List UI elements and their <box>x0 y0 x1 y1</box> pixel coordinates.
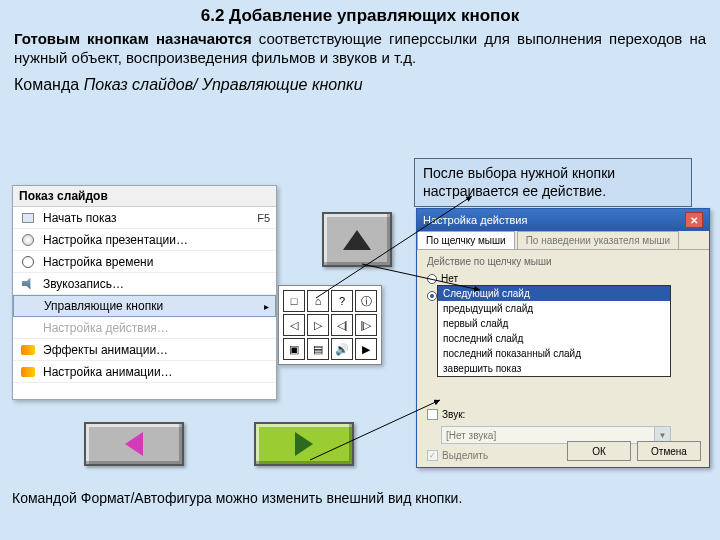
section-label: Действие по щелчку мыши <box>427 256 699 267</box>
sub-btn-end[interactable]: |▷ <box>355 314 377 336</box>
menu-title: Показ слайдов <box>13 186 276 207</box>
menu-item-start[interactable]: Начать показ F5 <box>13 207 276 229</box>
sub-btn-info[interactable]: ⓘ <box>355 290 377 312</box>
dd-option[interactable]: предыдущий слайд <box>438 301 670 316</box>
dialog-buttons: ОК Отмена <box>567 441 701 461</box>
menu-label: Настройка анимации… <box>43 365 270 379</box>
dd-option[interactable]: последний показанный слайд <box>438 346 670 361</box>
menu-item-timing[interactable]: Настройка времени <box>13 251 276 273</box>
dd-option[interactable]: первый слайд <box>438 316 670 331</box>
sub-btn-forward[interactable]: ▷ <box>307 314 329 336</box>
anim-icon <box>19 342 37 358</box>
menu-label: Настройка времени <box>43 255 270 269</box>
sub-btn-home[interactable]: ⌂ <box>307 290 329 312</box>
cancel-button[interactable]: Отмена <box>637 441 701 461</box>
action-settings-dialog: Настройка действия ✕ По щелчку мыши По н… <box>416 208 710 468</box>
sub-btn-sound[interactable]: 🔊 <box>331 338 353 360</box>
radio-icon <box>427 274 437 284</box>
anim-icon <box>19 364 37 380</box>
bottom-note: Командой Формат/Автофигура можно изменит… <box>12 490 462 508</box>
slideshow-menu: Показ слайдов Начать показ F5 Настройка … <box>12 185 277 400</box>
dropdown-value: [Нет звука] <box>446 430 496 441</box>
arrow-right-icon <box>295 432 313 456</box>
menu-label: Звукозапись… <box>43 277 270 291</box>
checkbox-icon: ✓ <box>427 450 438 461</box>
sub-btn-blank[interactable]: □ <box>283 290 305 312</box>
sub-btn-movie[interactable]: ▶ <box>355 338 377 360</box>
command-path: Показ слайдов/ Управляющие кнопки <box>84 76 363 93</box>
chevron-right-icon: ▸ <box>264 301 269 312</box>
menu-label: Начать показ <box>43 211 257 225</box>
tab-click[interactable]: По щелчку мыши <box>417 231 515 249</box>
callout-text: После выбора нужной кнопки настраивается… <box>414 158 692 207</box>
intro-bold: Готовым кнопкам назначаются <box>14 30 252 47</box>
checkbox-icon <box>427 409 438 420</box>
sound-icon <box>19 276 37 292</box>
sample-button-up[interactable] <box>322 212 392 267</box>
blank-icon <box>20 298 38 314</box>
command-prefix: Команда <box>14 76 84 93</box>
checkbox-label: Звук: <box>442 409 465 420</box>
menu-label: Эффекты анимации… <box>43 343 270 357</box>
menu-item-sound[interactable]: Звукозапись… <box>13 273 276 295</box>
blank-icon <box>19 320 37 336</box>
sub-btn-begin[interactable]: ◁| <box>331 314 353 336</box>
checkbox-label: Выделить <box>442 450 488 461</box>
sample-button-forward[interactable] <box>254 422 354 466</box>
radio-icon <box>427 291 437 301</box>
sound-checkbox[interactable]: Звук: <box>427 409 699 420</box>
ok-button[interactable]: ОК <box>567 441 631 461</box>
menu-item-action-buttons[interactable]: Управляющие кнопки ▸ <box>13 295 276 317</box>
menu-label: Настройка действия… <box>43 321 270 335</box>
dd-option[interactable]: последний слайд <box>438 331 670 346</box>
menu-item-anim-setup[interactable]: Настройка анимации… <box>13 361 276 383</box>
sub-btn-document[interactable]: ▤ <box>307 338 329 360</box>
sub-btn-return[interactable]: ▣ <box>283 338 305 360</box>
sub-btn-back[interactable]: ◁ <box>283 314 305 336</box>
dialog-tabs: По щелчку мыши По наведении указателя мы… <box>417 231 709 250</box>
command-line: Команда Показ слайдов/ Управляющие кнопк… <box>0 68 720 98</box>
dropdown-list: Следующий слайд предыдущий слайд первый … <box>437 285 671 377</box>
dialog-title-bar: Настройка действия ✕ <box>417 209 709 231</box>
close-button[interactable]: ✕ <box>685 212 703 228</box>
arrow-left-icon <box>125 432 143 456</box>
menu-label: Управляющие кнопки <box>44 299 258 313</box>
menu-shortcut: F5 <box>257 212 270 224</box>
radio-none[interactable]: Нет <box>427 273 699 284</box>
sample-button-back[interactable] <box>84 422 184 466</box>
menu-item-action-settings: Настройка действия… <box>13 317 276 339</box>
gear-icon <box>19 232 37 248</box>
menu-label: Настройка презентации… <box>43 233 270 247</box>
arrow-up-icon <box>343 230 371 250</box>
sub-btn-help[interactable]: ? <box>331 290 353 312</box>
page-title: 6.2 Добавление управляющих кнопок <box>0 0 720 26</box>
dd-option[interactable]: завершить показ <box>438 361 670 376</box>
menu-item-setup[interactable]: Настройка презентации… <box>13 229 276 251</box>
intro-text: Готовым кнопкам назначаются соответствую… <box>0 26 720 68</box>
play-icon <box>19 210 37 226</box>
tab-hover[interactable]: По наведении указателя мыши <box>517 231 679 249</box>
dialog-title: Настройка действия <box>423 214 527 226</box>
action-buttons-submenu: □ ⌂ ? ⓘ ◁ ▷ ◁| |▷ ▣ ▤ 🔊 ▶ <box>278 285 382 365</box>
radio-label: Нет <box>441 273 458 284</box>
dd-option[interactable]: Следующий слайд <box>438 286 670 301</box>
menu-item-anim-effects[interactable]: Эффекты анимации… <box>13 339 276 361</box>
clock-icon <box>19 254 37 270</box>
